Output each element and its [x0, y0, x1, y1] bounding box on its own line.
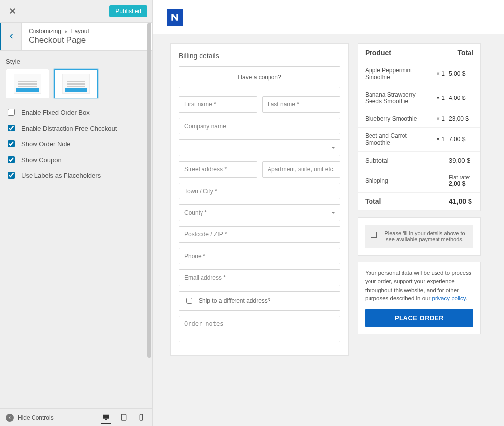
order-item-qty: × 1 — [437, 70, 445, 77]
option-fixed-order-box[interactable]: Enable Fixed Order Box — [6, 107, 146, 117]
svg-rect-0 — [121, 414, 126, 420]
back-button[interactable] — [0, 23, 22, 50]
svg-rect-1 — [140, 414, 142, 420]
shipping-method: Flat rate: — [449, 174, 470, 180]
order-item-name: Banana Strawberry Seeds Smoothie — [365, 91, 433, 105]
county-select[interactable]: County * — [179, 204, 340, 221]
subtotal-value: 39,00 $ — [449, 157, 473, 164]
site-logo[interactable] — [167, 9, 183, 26]
layout-thumb-centered[interactable] — [54, 69, 98, 98]
device-desktop[interactable] — [101, 411, 111, 424]
hide-controls-button[interactable]: Hide Controls — [6, 414, 54, 422]
order-item-qty: × 1 — [437, 136, 445, 143]
info-icon — [371, 232, 377, 238]
order-item-qty: × 1 — [437, 95, 445, 101]
town-input[interactable] — [179, 183, 340, 199]
street-input[interactable] — [179, 161, 257, 178]
order-header-total: Total — [458, 49, 473, 57]
option-label: Show Coupon — [21, 156, 62, 164]
order-line: Banana Strawberry Seeds Smoothie × 1 4,0… — [358, 86, 480, 110]
option-distraction-free[interactable]: Enable Distraction Free Checkout — [6, 123, 146, 133]
order-summary-card: Product Total Apple Peppermint Smoothie … — [358, 43, 481, 211]
order-header-product: Product — [365, 49, 391, 57]
last-name-input[interactable] — [262, 96, 340, 113]
option-label: Enable Fixed Order Box — [21, 109, 90, 116]
payment-notice-card: Please fill in your details above to see… — [358, 217, 481, 256]
style-section-label: Style — [6, 58, 146, 65]
device-tablet[interactable] — [119, 411, 129, 424]
option-show-coupon[interactable]: Show Coupon — [6, 155, 146, 164]
order-item-price: 7,00 $ — [449, 136, 473, 143]
order-line: Apple Peppermint Smoothie × 1 5,00 $ — [358, 62, 480, 86]
order-item-name: Blueberry Smoothie — [365, 115, 433, 122]
logo-icon — [170, 12, 180, 22]
order-item-name: Beet and Carrot Smoothie — [365, 132, 433, 146]
breadcrumb-root: Customizing — [29, 28, 61, 34]
billing-card: Billing details Have a coupon? County * — [170, 43, 349, 356]
page-title: Checkout Page — [29, 35, 145, 45]
shipping-price: 2,00 $ — [449, 180, 465, 187]
privacy-text: Your personal data will be used to proce… — [365, 269, 473, 303]
order-line: Beet and Carrot Smoothie × 1 7,00 $ — [358, 128, 480, 152]
order-total: Total 41,00 $ — [358, 193, 480, 211]
phone-input[interactable] — [179, 248, 340, 264]
order-shipping: Shipping Flat rate: 2,00 $ — [358, 169, 480, 193]
order-item-qty: × 1 — [437, 115, 445, 122]
customizer-panel: ✕ Published Customizing ▸ Layout Checkou… — [0, 0, 153, 426]
option-labels-placeholders[interactable]: Use Labels as Placeholders — [6, 170, 146, 180]
total-label: Total — [365, 197, 449, 205]
email-input[interactable] — [179, 269, 340, 286]
mobile-icon — [137, 413, 145, 421]
checkbox[interactable] — [8, 156, 15, 163]
hide-controls-label: Hide Controls — [18, 414, 54, 421]
order-line: Blueberry Smoothie × 1 23,00 $ — [358, 110, 480, 128]
chevron-left-icon — [8, 416, 12, 420]
panel-scrollbar[interactable] — [147, 23, 151, 408]
checkbox[interactable] — [8, 140, 15, 147]
ship-different-toggle[interactable]: Ship to a different address? — [179, 291, 340, 311]
ship-different-label: Ship to a different address? — [199, 297, 271, 304]
subtotal-label: Subtotal — [365, 157, 449, 164]
checkbox[interactable] — [8, 125, 15, 131]
place-order-button[interactable]: PLACE ORDER — [365, 309, 473, 327]
breadcrumb: Customizing ▸ Layout — [29, 28, 145, 34]
published-button[interactable]: Published — [109, 5, 147, 17]
desktop-icon — [102, 413, 110, 421]
checkbox[interactable] — [8, 172, 15, 179]
billing-title: Billing details — [179, 52, 340, 60]
coupon-toggle[interactable]: Have a coupon? — [179, 66, 340, 88]
company-input[interactable] — [179, 118, 340, 134]
chevron-left-icon — [8, 33, 15, 40]
order-notes-input[interactable] — [179, 316, 340, 342]
option-label: Use Labels as Placeholders — [21, 172, 101, 179]
postcode-input[interactable] — [179, 226, 340, 243]
tablet-icon — [120, 413, 128, 421]
county-placeholder: County * — [184, 209, 207, 216]
place-order-card: Your personal data will be used to proce… — [358, 262, 481, 334]
order-item-price: 23,00 $ — [449, 115, 473, 122]
close-icon[interactable]: ✕ — [5, 6, 20, 17]
option-label: Enable Distraction Free Checkout — [21, 125, 117, 132]
breadcrumb-parent: Layout — [71, 28, 89, 34]
layout-thumb-standard[interactable] — [6, 69, 49, 98]
country-select[interactable] — [179, 139, 340, 156]
privacy-policy-link[interactable]: privacy policy — [432, 295, 466, 301]
preview-pane: Billing details Have a coupon? County * — [153, 0, 504, 426]
order-item-name: Apple Peppermint Smoothie — [365, 67, 433, 81]
apartment-input[interactable] — [262, 161, 340, 178]
checkbox[interactable] — [186, 298, 192, 304]
device-mobile[interactable] — [136, 411, 146, 424]
first-name-input[interactable] — [179, 96, 257, 113]
total-value: 41,00 $ — [449, 197, 473, 205]
shipping-label: Shipping — [365, 177, 449, 184]
order-item-price: 4,00 $ — [449, 95, 473, 101]
payment-notice-text: Please fill in your details above to see… — [382, 230, 468, 242]
checkbox[interactable] — [8, 109, 15, 116]
order-item-price: 5,00 $ — [449, 70, 473, 77]
order-subtotal: Subtotal 39,00 $ — [358, 152, 480, 169]
option-show-order-note[interactable]: Show Order Note — [6, 139, 146, 149]
option-label: Show Order Note — [21, 140, 70, 148]
